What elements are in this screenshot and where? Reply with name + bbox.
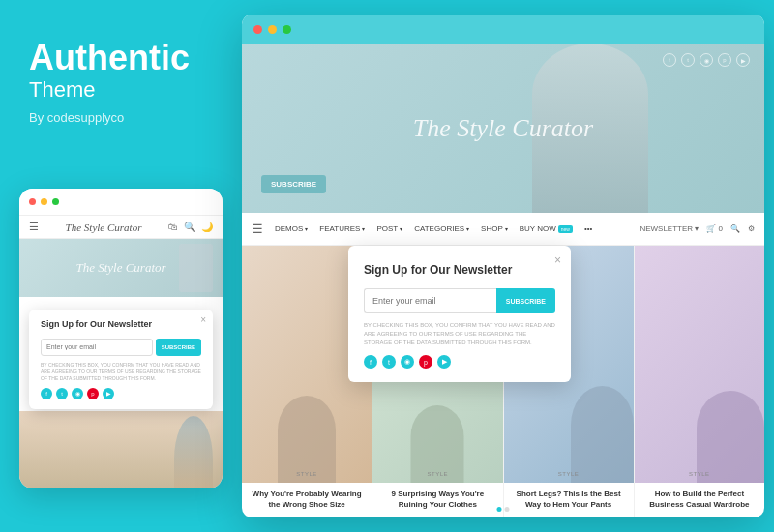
mobile-logo: The Style Curator [66,222,142,233]
dot-2 [505,507,510,512]
desktop-email-input[interactable] [364,288,496,313]
desktop-dot-yellow [268,25,277,34]
desktop-newsletter-popup: × Sign Up for Our Newsletter SUBSCRIBE B… [348,246,571,382]
blog-card-text-1: Why You're Probably Wearing the Wrong Sh… [242,483,372,517]
mobile-hero: The Style Curator [19,239,223,297]
mobile-dot-yellow [41,198,47,205]
mobile-theme-icon[interactable]: 🌙 [201,222,213,232]
desktop-nav-demos[interactable]: DEMOS ▾ [275,224,308,233]
blog-card-title-2[interactable]: 9 Surprising Ways You're Ruining Your Cl… [380,488,494,510]
mobile-top-bar [19,189,223,216]
desktop-newsletter-form: SUBSCRIBE [364,288,555,313]
mobile-hero-logo: The Style Curator [75,260,165,276]
desktop-hero: f t ◉ p ▶ The Style Curator SUBSCRIBE [242,44,764,213]
desktop-nl-instagram-icon[interactable]: ◉ [401,355,414,369]
desktop-top-bar [242,15,764,44]
desktop-hero-twitter-icon[interactable]: t [681,53,695,67]
desktop-nav-right: NEWSLETTER ▾ 🛒 0 🔍 ⚙ [640,224,755,233]
mobile-newsletter-title: Sign Up for Our Newsletter [41,319,201,331]
brand-subtitle: Theme [29,77,203,103]
mobile-newsletter-checkbox-text: BY CHECKING THIS BOX, YOU CONFIRM THAT Y… [41,362,201,382]
desktop-dot-green [283,25,291,34]
blog-card-text-3: Short Legs? This Is the Best Way to Hem … [504,483,634,517]
mobile-dot-green [52,198,59,205]
desktop-newsletter-title: Sign Up for Our Newsletter [364,263,555,277]
person-silhouette-1 [278,396,336,483]
mobile-hamburger-icon[interactable]: ☰ [29,221,39,233]
mobile-pinterest-icon[interactable]: p [87,388,99,399]
desktop-nl-pinterest-icon[interactable]: p [419,355,432,369]
mobile-facebook-icon[interactable]: f [41,388,52,399]
mobile-email-input[interactable] [41,339,153,356]
desktop-nav-shop[interactable]: SHOP ▾ [481,224,508,233]
mobile-subscribe-button[interactable]: SUBSCRIBE [156,339,201,356]
blog-card-tag-4: STYLE [689,471,710,477]
mobile-cart-icon[interactable]: 🛍 [168,222,178,232]
desktop-nav: ☰ DEMOS ▾ FEATURES ▾ POST ▾ CATEGORIES ▾… [242,213,764,246]
desktop-hero-social-icons: f t ◉ p ▶ [663,53,750,67]
blog-card-title-1[interactable]: Why You're Probably Wearing the Wrong Sh… [250,488,364,510]
desktop-nav-search-icon[interactable]: 🔍 [730,224,740,233]
mobile-nav-icons: 🛍 🔍 🌙 [168,222,213,232]
desktop-hamburger-icon[interactable]: ☰ [252,222,263,236]
desktop-nav-categories[interactable]: CATEGORIES ▾ [414,224,469,233]
blog-card-title-3[interactable]: Short Legs? This Is the Best Way to Hem … [512,488,626,510]
mobile-instagram-icon[interactable]: ◉ [72,388,83,399]
desktop-hero-subscribe-button[interactable]: SUBSCRIBE [261,175,326,193]
blog-card-tag-1: STYLE [296,471,317,477]
desktop-nav-post[interactable]: POST ▾ [376,224,402,233]
desktop-content: STYLE Why You're Probably Wearing the Wr… [242,246,764,517]
desktop-hero-pinterest-icon[interactable]: p [718,53,731,67]
desktop-dot-red [253,25,262,34]
mobile-newsletter-form: SUBSCRIBE [41,339,201,356]
desktop-hero-instagram-icon[interactable]: ◉ [700,53,713,67]
mobile-search-icon[interactable]: 🔍 [184,222,195,232]
desktop-hero-facebook-icon[interactable]: f [663,53,676,67]
dots-indicator [497,507,510,512]
person-silhouette-3 [571,386,634,483]
desktop-nav-cart-icon[interactable]: 🛒 0 [706,224,723,233]
desktop-newsletter-social-icons: f t ◉ p ▶ [364,355,555,369]
desktop-nav-more[interactable]: ••• [584,224,592,233]
desktop-mockup: f t ◉ p ▶ The Style Curator SUBSCRIBE ☰ … [242,15,764,517]
desktop-newsletter-close-button[interactable]: × [554,253,561,267]
blog-card-tag-3: STYLE [558,471,580,477]
person-silhouette-4 [697,391,764,483]
blog-card-img-4: STYLE [635,246,764,483]
mobile-person-figure [174,416,213,488]
desktop-nav-buynow-badge: new [558,225,573,233]
desktop-nav-features[interactable]: FEATURES ▾ [319,224,365,233]
mobile-youtube-icon[interactable]: ▶ [103,388,114,399]
mobile-nav: ☰ The Style Curator 🛍 🔍 🌙 [19,216,223,239]
mobile-newsletter-close-button[interactable]: × [200,314,206,325]
brand-by: By codesupplyco [29,110,203,125]
mobile-twitter-icon[interactable]: t [56,388,68,399]
desktop-nav-buynow[interactable]: BUY NOW new [520,224,573,233]
mobile-hero-overlay [179,244,213,292]
mobile-newsletter-popup: × Sign Up for Our Newsletter SUBSCRIBE B… [29,310,213,409]
desktop-nav-settings-icon[interactable]: ⚙ [748,224,755,233]
mobile-bg-image [19,411,223,488]
blog-card-text-4: How to Build the Perfect Business Casual… [635,483,764,517]
blog-card-4: STYLE How to Build the Perfect Business … [635,246,764,517]
dot-1 [497,507,502,512]
desktop-nav-newsletter[interactable]: NEWSLETTER ▾ [640,224,699,233]
brand-title: Authentic [29,39,203,77]
mobile-dot-red [29,198,36,205]
blog-card-tag-2: STYLE [428,471,449,477]
blog-card-text-2: 9 Surprising Ways You're Ruining Your Cl… [372,483,502,517]
desktop-newsletter-checkbox-text: BY CHECKING THIS BOX, YOU CONFIRM THAT Y… [364,321,555,347]
mobile-mockup: ☰ The Style Curator 🛍 🔍 🌙 The Style Cura… [19,189,223,488]
desktop-nl-youtube-icon[interactable]: ▶ [437,355,451,369]
desktop-nl-facebook-icon[interactable]: f [364,355,377,369]
desktop-hero-logo: The Style Curator [413,114,593,143]
desktop-nl-twitter-icon[interactable]: t [382,355,396,369]
desktop-subscribe-button[interactable]: SUBSCRIBE [496,288,555,313]
blog-card-title-4[interactable]: How to Build the Perfect Business Casual… [642,488,757,510]
mobile-newsletter-social-icons: f t ◉ p ▶ [41,388,201,399]
desktop-hero-youtube-icon[interactable]: ▶ [736,53,750,67]
